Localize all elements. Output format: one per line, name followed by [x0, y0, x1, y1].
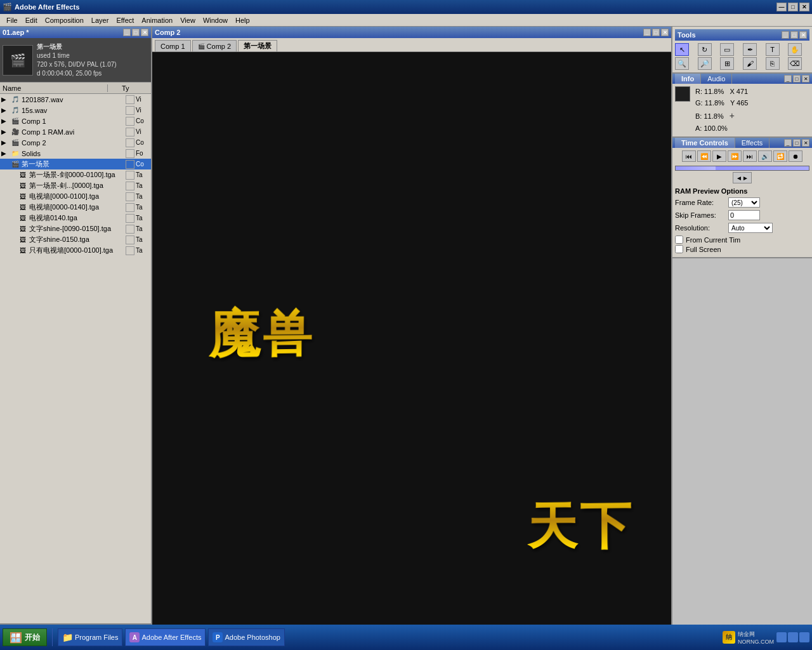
project-panel-close[interactable]: ✕: [141, 29, 148, 36]
menu-bar: File Edit Composition Layer Effect Anima…: [0, 14, 812, 27]
time-controls-tab[interactable]: Time Controls: [675, 138, 735, 148]
minimize-button[interactable]: —: [776, 3, 787, 11]
tool-zoom-in[interactable]: 🔍: [675, 57, 689, 70]
info-tab[interactable]: Info: [675, 74, 701, 84]
skip-frames-input[interactable]: [728, 210, 760, 220]
menu-window[interactable]: Window: [199, 15, 232, 25]
tray-icon-2[interactable]: [788, 632, 798, 642]
taskbar-files-label: Program Files: [75, 633, 118, 641]
canvas-text-left: 魔兽: [208, 300, 314, 370]
tool-grid[interactable]: ⊞: [720, 57, 734, 70]
btn-loop[interactable]: 🔁: [773, 150, 787, 162]
project-item-13[interactable]: 🖼 文字shine-[0090-0150].tga Ta: [0, 223, 151, 234]
menu-file[interactable]: File: [3, 15, 22, 25]
tool-brush[interactable]: 🖌: [743, 57, 757, 70]
project-item-4[interactable]: ▶ 🎥 Comp 1 RAM.avi Vi: [0, 126, 151, 137]
tool-rect-select[interactable]: ▭: [720, 43, 734, 56]
project-item-6[interactable]: ▶ 📁 Solids Fo: [0, 148, 151, 159]
maximize-button[interactable]: □: [788, 3, 798, 11]
frame-rate-row: Frame Rate: (25): [675, 197, 809, 208]
full-screen-checkbox[interactable]: [675, 245, 683, 253]
ps-icon: P: [213, 632, 223, 642]
taskbar-ae-label: Adobe After Effects: [141, 633, 201, 641]
tool-eraser[interactable]: ⌫: [788, 57, 802, 70]
taskbar-btn-ae[interactable]: A Adobe After Effects: [125, 628, 206, 646]
time-max[interactable]: □: [793, 139, 801, 147]
tool-zoom-out[interactable]: 🔎: [698, 57, 712, 70]
tools-min[interactable]: _: [782, 31, 789, 39]
project-panel-min[interactable]: _: [123, 29, 131, 36]
btn-play[interactable]: ▶: [712, 150, 726, 162]
project-item-7[interactable]: 🎬 第一场景 Co: [0, 159, 151, 169]
title-bar: 🎬 Adobe After Effects — □ ✕: [0, 0, 812, 14]
tool-hand[interactable]: ✋: [788, 43, 802, 56]
taskbar: 🪟 开始 📁 Program Files A Adobe After Effec…: [0, 625, 812, 650]
info-min[interactable]: _: [784, 75, 792, 83]
time-close[interactable]: ✕: [802, 139, 809, 147]
project-item-15[interactable]: 🖼 只有电视墙[0000-0100].tga Ta: [0, 245, 151, 256]
taskbar-btn-files[interactable]: 📁 Program Files: [58, 628, 122, 646]
app-title: Adobe After Effects: [15, 3, 79, 11]
full-screen-label: Full Screen: [686, 246, 721, 253]
comp-viewer-title-text: Comp 2: [155, 29, 180, 36]
tool-clone[interactable]: ⎘: [766, 57, 780, 70]
info-a: A: 100.0%: [695, 123, 748, 135]
preview-details: used 1 time720 x 576, DI/DV PAL (1.07)d …: [37, 51, 117, 78]
btn-next-frame[interactable]: ⏩: [728, 150, 742, 162]
btn-prev-frame[interactable]: ⏪: [697, 150, 711, 162]
project-item-5[interactable]: ▶ 🎬 Comp 2 Co: [0, 137, 151, 148]
start-button[interactable]: 🪟 开始: [3, 628, 47, 646]
comp-tab-scene[interactable]: 第一场景: [238, 40, 277, 51]
menu-animation[interactable]: Animation: [138, 15, 176, 25]
time-slider[interactable]: [675, 166, 809, 171]
effects-tab[interactable]: Effects: [735, 138, 769, 148]
project-item-8[interactable]: 🖼 第一场景-剑[0000-0100].tga Ta: [0, 169, 151, 180]
taskbar-btn-ps[interactable]: P Adobe Photoshop: [208, 628, 284, 646]
tray-icons: [776, 632, 809, 642]
tool-rotate[interactable]: ↻: [698, 43, 712, 56]
info-close[interactable]: ✕: [802, 75, 809, 83]
project-item-10[interactable]: 🖼 电视墙[0000-0100].tga Ta: [0, 191, 151, 202]
project-item-9[interactable]: 🖼 第一场景-剣...[0000].tga Ta: [0, 180, 151, 191]
project-item-3[interactable]: ▶ 🎬 Comp 1 Co: [0, 116, 151, 126]
comp-canvas[interactable]: 魔兽 天下: [152, 52, 671, 625]
tool-pen[interactable]: ✒: [743, 43, 757, 56]
project-item-11[interactable]: 🖼 电视墙[0000-0140].tga Ta: [0, 202, 151, 213]
info-max[interactable]: □: [793, 75, 801, 83]
tools-close[interactable]: ✕: [799, 31, 807, 39]
right-panel: Tools _ □ ✕ ↖↻▭✒T✋🔍🔎⊞🖌⎘⌫ Info Audio _ □: [672, 27, 812, 625]
project-item-2[interactable]: ▶ 🎵 15s.wav Vi: [0, 105, 151, 116]
time-min[interactable]: _: [784, 139, 792, 147]
btn-first-frame[interactable]: ⏮: [682, 150, 696, 162]
menu-edit[interactable]: Edit: [22, 15, 41, 25]
info-content: R: 11.8% X 471 G: 11.8% Y 465 B: 11.8% +…: [672, 84, 812, 136]
comp-min[interactable]: _: [643, 29, 651, 36]
btn-ram-preview[interactable]: ◄►: [733, 172, 752, 183]
tools-max[interactable]: □: [790, 31, 798, 39]
project-item-1[interactable]: ▶ 🎵 1201887.wav Vi: [0, 94, 151, 105]
from-current-checkbox[interactable]: [675, 235, 683, 244]
tool-select[interactable]: ↖: [675, 43, 689, 56]
tray-icon-3[interactable]: [799, 632, 809, 642]
frame-rate-select[interactable]: (25): [728, 197, 760, 208]
menu-effect[interactable]: Effect: [112, 15, 138, 25]
btn-last-frame[interactable]: ⏭: [743, 150, 757, 162]
menu-view[interactable]: View: [176, 15, 199, 25]
btn-record[interactable]: ⏺: [789, 150, 802, 162]
project-item-12[interactable]: 🖼 电视墙0140.tga Ta: [0, 213, 151, 223]
menu-composition[interactable]: Composition: [41, 15, 88, 25]
project-item-14[interactable]: 🖼 文字shine-0150.tga Ta: [0, 234, 151, 245]
tool-text[interactable]: T: [766, 43, 780, 56]
menu-help[interactable]: Help: [232, 15, 254, 25]
comp-max[interactable]: □: [652, 29, 660, 36]
resolution-select[interactable]: Auto: [728, 223, 773, 233]
menu-layer[interactable]: Layer: [88, 15, 113, 25]
btn-audio[interactable]: 🔊: [758, 150, 772, 162]
project-panel-max[interactable]: □: [132, 29, 140, 36]
comp-close[interactable]: ✕: [661, 29, 669, 36]
tray-icon-1[interactable]: [776, 632, 787, 642]
audio-tab[interactable]: Audio: [701, 74, 732, 84]
close-button[interactable]: ✕: [799, 3, 809, 11]
comp-tab-1[interactable]: Comp 1: [155, 40, 191, 51]
comp-tab-2[interactable]: 🎬 Comp 2: [192, 40, 237, 51]
